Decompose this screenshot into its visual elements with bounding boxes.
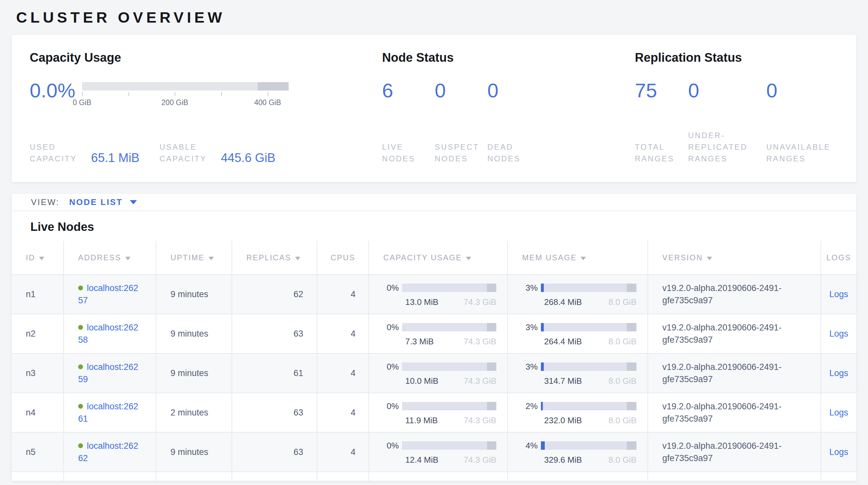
column-header-address[interactable]: ADDRESS xyxy=(64,241,156,275)
node-capacity-usage-cell: 0% 7.3 MiB 74.3 GiB xyxy=(369,314,507,353)
axis-tick xyxy=(175,92,175,96)
mem-bar-fill xyxy=(541,323,544,332)
logs-link[interactable]: Logs xyxy=(829,408,848,418)
unavailable-count: 0 xyxy=(766,79,838,102)
node-replicas-cell: 61 xyxy=(232,353,317,393)
axis-tick xyxy=(221,92,222,96)
node-address-cell: localhost:26261 xyxy=(64,393,156,432)
logs-link[interactable]: Logs xyxy=(829,447,848,457)
node-mem-usage-cell: 4% 329.6 MiB 8.0 GiB xyxy=(507,432,648,472)
dead-nodes-count: 0 xyxy=(487,79,540,102)
sort-desc-icon xyxy=(295,257,300,260)
sort-desc-icon xyxy=(209,257,214,260)
sort-desc-icon xyxy=(707,257,712,260)
capacity-used-value: 13.0 MiB xyxy=(405,297,438,307)
column-header-version[interactable]: VERSION xyxy=(648,241,821,275)
chevron-down-icon xyxy=(130,200,137,204)
node-address-link[interactable]: localhost:26258 xyxy=(78,323,146,346)
usable-capacity-metric: USABLE CAPACITY 445.6 GiB xyxy=(159,141,275,165)
unavailable-ranges-stat: 0 UNAVAILABLE RANGES xyxy=(766,79,838,165)
mem-total-value: 8.0 GiB xyxy=(609,336,637,347)
column-header-logs: LOGS xyxy=(821,241,857,275)
under-replicated-count: 0 xyxy=(688,79,766,102)
node-version-cell: v19.2.0-alpha.20190606-2491-gfe735c9a97 xyxy=(648,432,821,472)
node-mem-usage-cell: 2% 232.0 MiB 8.0 GiB xyxy=(507,393,648,432)
table-row: n3 localhost:26259 9 minutes 61 4 0% 10.… xyxy=(11,353,857,393)
capacity-total-value: 74.3 GiB xyxy=(464,455,496,465)
mem-used-value: 268.4 MiB xyxy=(544,297,582,307)
view-selector-dropdown[interactable]: NODE LIST xyxy=(69,197,137,207)
capacity-total-value: 74.3 GiB xyxy=(464,376,496,386)
node-mem-usage-cell: 3% 264.4 MiB 8.0 GiB xyxy=(507,314,648,353)
used-capacity-value: 65.1 MiB xyxy=(91,151,140,165)
capacity-percent-label: 0% xyxy=(383,282,402,294)
usable-capacity-label: USABLE CAPACITY xyxy=(159,141,214,165)
mem-bar-reserved-segment xyxy=(627,441,637,450)
node-logs-cell: Logs xyxy=(821,314,857,353)
mem-bar-reserved-segment xyxy=(627,363,637,371)
table-row-partial xyxy=(11,472,857,481)
node-cpus-cell: 4 xyxy=(317,314,369,353)
axis-label-200: 200 GiB xyxy=(161,98,188,107)
column-header-uptime[interactable]: UPTIME xyxy=(156,241,232,275)
column-header-mem-usage[interactable]: MEM USAGE xyxy=(507,241,648,275)
node-version-cell: v19.2.0-alpha.20190606-2491-gfe735c9a97 xyxy=(648,353,821,393)
node-logs-cell: Logs xyxy=(821,432,857,472)
capacity-gauge: 0.0% 0 GiB 200 GiB 400 GiB xyxy=(30,79,382,102)
capacity-total-value: 74.3 GiB xyxy=(464,415,496,426)
capacity-bar-reserved-segment xyxy=(487,323,496,332)
capacity-usage-bar xyxy=(402,323,496,332)
logs-link[interactable]: Logs xyxy=(829,289,848,299)
column-header-replicas[interactable]: REPLICAS xyxy=(232,241,317,275)
node-capacity-usage-cell: 0% 11.9 MiB 74.3 GiB xyxy=(369,393,507,432)
node-address-link[interactable]: localhost:26257 xyxy=(78,283,146,307)
sort-desc-icon xyxy=(125,257,130,260)
node-cpus-cell: 4 xyxy=(317,393,369,432)
column-header-cpus: CPUS xyxy=(317,241,369,275)
suspect-nodes-stat: 0 SUSPECT NODES xyxy=(435,79,487,165)
mem-percent-label: 3% xyxy=(522,361,541,373)
total-ranges-label: TOTAL RANGES xyxy=(635,141,688,165)
logs-link[interactable]: Logs xyxy=(829,329,848,339)
mem-total-value: 8.0 GiB xyxy=(609,297,637,307)
node-uptime-cell: 9 minutes xyxy=(156,275,232,314)
node-address-link[interactable]: localhost:26261 xyxy=(78,402,146,425)
mem-total-value: 8.0 GiB xyxy=(609,415,637,426)
total-ranges-count: 75 xyxy=(635,79,688,102)
column-header-id[interactable]: ID xyxy=(11,241,64,275)
sort-desc-icon xyxy=(466,257,471,260)
node-live-status-icon xyxy=(78,443,83,448)
capacity-percent-label: 0% xyxy=(383,439,402,452)
column-header-capacity-usage[interactable]: CAPACITY USAGE xyxy=(369,241,507,275)
node-capacity-usage-cell: 0% 12.4 MiB 74.3 GiB xyxy=(369,432,507,472)
capacity-usage-bar xyxy=(402,441,496,450)
mem-usage-bar xyxy=(541,441,637,450)
node-replicas-cell: 63 xyxy=(232,393,317,432)
axis-tick xyxy=(268,92,268,96)
capacity-total-value: 74.3 GiB xyxy=(464,297,496,307)
mem-bar-reserved-segment xyxy=(627,323,637,332)
mem-used-value: 232.0 MiB xyxy=(544,415,582,426)
node-live-status-icon xyxy=(78,286,83,290)
under-replicated-ranges-stat: 0 UNDER-REPLICATED RANGES xyxy=(688,79,766,165)
node-status-section: Node Status 6 LIVE NODES 0 SUSPECT NODES… xyxy=(382,50,635,165)
axis-label-0: 0 GiB xyxy=(73,98,91,107)
mem-usage-bar xyxy=(541,323,637,332)
node-uptime-cell: 2 minutes xyxy=(156,393,232,432)
mem-bar-fill xyxy=(541,363,544,371)
node-address-cell: localhost:26257 xyxy=(64,275,156,314)
logs-link[interactable]: Logs xyxy=(829,368,848,378)
live-nodes-table: ID ADDRESS UPTIME REPLICAS CPUS CAPACITY… xyxy=(11,241,857,481)
node-uptime-cell: 9 minutes xyxy=(156,432,232,472)
node-id-cell: n1 xyxy=(11,275,64,314)
mem-used-value: 314.7 MiB xyxy=(544,376,582,386)
unavailable-label: UNAVAILABLE RANGES xyxy=(766,141,838,165)
node-address-link[interactable]: localhost:26262 xyxy=(78,441,146,464)
node-uptime-cell: 9 minutes xyxy=(156,314,232,353)
capacity-usage-bar xyxy=(402,284,496,292)
node-address-link[interactable]: localhost:26259 xyxy=(78,362,146,386)
view-bar: VIEW: NODE LIST xyxy=(11,194,857,211)
live-nodes-count: 6 xyxy=(382,79,435,102)
node-capacity-usage-cell: 0% 13.0 MiB 74.3 GiB xyxy=(369,275,507,314)
axis-tick xyxy=(82,92,83,96)
